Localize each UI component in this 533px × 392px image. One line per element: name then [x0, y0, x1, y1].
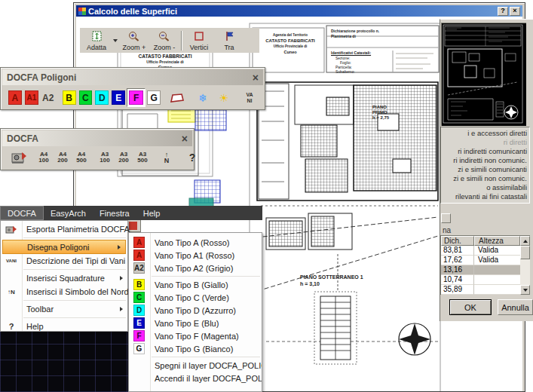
- docfa-menu: Esporta Planimetria DOCFA Disegna Poligo…: [0, 220, 128, 332]
- export-planimetria-button[interactable]: [10, 149, 28, 166]
- submenu-vano-a2[interactable]: A2 Vano Tipo A2 (Grigio): [129, 262, 262, 274]
- scale-a3-200-button[interactable]: A3200: [115, 149, 133, 166]
- scroll-down-button[interactable]: [520, 285, 530, 295]
- menu-docfa[interactable]: DOCFA: [0, 206, 44, 220]
- vani-button[interactable]: VA NI: [240, 90, 259, 106]
- docfa-toolbar-title[interactable]: DOCFA ×: [2, 130, 192, 146]
- vano-b-button[interactable]: B: [63, 90, 76, 105]
- menu-item-descrizione-vani[interactable]: VANI Descrizione dei Tipi di Vani: [1, 254, 127, 268]
- table-row[interactable]: 83,81 Valida: [441, 246, 530, 256]
- ok-button[interactable]: OK: [449, 299, 492, 315]
- surfaces-table[interactable]: Dich. Altezza 83,81 Valida 17,62 Valida …: [440, 235, 530, 295]
- vano-g-button[interactable]: G: [147, 90, 161, 105]
- scroll-up-button[interactable]: [520, 236, 530, 246]
- vertices-button[interactable]: Vertici: [184, 29, 214, 52]
- flag-icon: [224, 31, 234, 41]
- sun-button[interactable]: ☀: [215, 90, 233, 106]
- sheet2-city: Cuneo: [256, 50, 325, 54]
- vano-f-button[interactable]: F: [127, 88, 146, 107]
- cancel-button[interactable]: Annulla: [498, 299, 533, 315]
- scale-a3-500-button[interactable]: A3500: [133, 149, 152, 166]
- submenu-arrow-icon: [120, 276, 123, 280]
- menu-item-esporta[interactable]: Esporta Planimetria DOCFA: [1, 222, 127, 236]
- polygon-button[interactable]: [168, 90, 186, 106]
- zoom-out-icon: [158, 31, 170, 41]
- sheet2-agency: Agenzia del Territorio: [256, 33, 325, 37]
- export-planimetria-icon: [3, 225, 20, 234]
- submenu-vano-c[interactable]: C Vano Tipo C (Verde): [129, 291, 262, 304]
- submenu-arrow-icon: [118, 245, 121, 250]
- list-item: rilevanti ai fini catastali: [443, 192, 529, 201]
- poligoni-toolbar-title[interactable]: DOCFA Poligoni ×: [2, 69, 263, 85]
- snowflake-button[interactable]: ❄: [194, 90, 212, 106]
- export-planimetria-icon: [10, 150, 28, 165]
- vano-a-button[interactable]: A: [8, 90, 22, 105]
- submenu-vano-a[interactable]: A Vano Tipo A (Rosso): [129, 236, 262, 249]
- toolbar-separator: [181, 31, 182, 51]
- submenu-accendi-layer[interactable]: Accendi il layer DOCFA_POLIGONI: [129, 372, 262, 384]
- vano-d-button[interactable]: D: [95, 90, 109, 105]
- polygon-icon: [169, 92, 185, 104]
- menu-finestra[interactable]: Finestra: [93, 206, 136, 220]
- scale-a4-100-button[interactable]: A4100: [35, 149, 53, 166]
- list-item: ri diretti: [443, 138, 529, 147]
- sheet1-registry: CATASTO FABBRICATI: [123, 54, 207, 59]
- menu-item-inserisci-squadrature[interactable]: Inserisci Squadrature: [1, 271, 127, 285]
- submenu-vano-d[interactable]: D Vano Tipo D (Azzurro): [129, 304, 262, 317]
- piano-sotterraneo-h: h = 3,10: [300, 281, 320, 286]
- submenu-spegni-layer[interactable]: Spegni il layer DOCFA_POLIGONI: [129, 359, 262, 372]
- decl-label: Dichiarazione protocollo n.: [331, 29, 379, 33]
- submenu-vano-e[interactable]: E Vano Tipo E (Blu): [129, 317, 262, 329]
- menu-help[interactable]: Help: [136, 206, 167, 220]
- menu-item-disegna-poligoni[interactable]: Disegna Poligoni: [2, 240, 126, 254]
- scale-a4-200-button[interactable]: A4200: [54, 149, 72, 166]
- plan-label: Planimetria di: [331, 34, 356, 38]
- screen: Calcolo delle Superfici ? × Adatta Zoom …: [0, 0, 533, 392]
- fit-dropdown-caret[interactable]: [112, 29, 119, 52]
- close-button[interactable]: ×: [510, 7, 520, 16]
- table-row[interactable]: 17,62 Valida: [441, 256, 530, 265]
- help-button[interactable]: ?: [498, 7, 508, 16]
- category-list[interactable]: i e accessori diretti ri diretti ri indi…: [440, 127, 530, 204]
- plan-preview-panel[interactable]: [441, 23, 526, 126]
- submenu-vano-g[interactable]: G Vano Tipo G (Bianco): [129, 342, 262, 355]
- close-icon[interactable]: ×: [253, 72, 259, 83]
- vano-a2-button[interactable]: A2: [41, 90, 55, 105]
- clipped-button-fragment: na: [443, 226, 451, 234]
- menu-easyarch[interactable]: EasyArch: [44, 206, 93, 220]
- list-item: zi e simili comunicanti: [443, 165, 529, 174]
- north-symbol-button[interactable]: ↑ N: [158, 149, 176, 166]
- menu-item-simbolo-nord[interactable]: ↑N Inserisci il Simbolo del Nord: [1, 285, 127, 299]
- zoom-in-icon: [128, 31, 140, 41]
- menu-item-toolbar[interactable]: Toolbar: [1, 302, 127, 316]
- submenu-vano-f[interactable]: F Vano Tipo F (Magenta): [129, 329, 262, 342]
- zoom-out-button[interactable]: Zoom -: [149, 29, 179, 52]
- list-item: o assimilabili: [443, 183, 529, 192]
- submenu-vano-a1[interactable]: A Vano Tipo A1 (Rosso): [129, 249, 262, 262]
- submenu-vano-b[interactable]: B Vano Tipo B (Giallo): [129, 278, 262, 291]
- sezione-label: Sezione:: [335, 56, 350, 60]
- table-row[interactable]: 35,89: [441, 285, 530, 295]
- docfa-export-dialog: i e accessori diretti ri diretti ri indi…: [440, 19, 533, 321]
- vano-e-button[interactable]: E: [112, 90, 125, 105]
- table-scrollbar[interactable]: [520, 236, 530, 295]
- scale-a4-500-button[interactable]: A4500: [72, 149, 90, 166]
- close-icon[interactable]: ×: [182, 133, 188, 144]
- scroll-thumb[interactable]: [520, 246, 530, 259]
- main-title-bar[interactable]: Calcolo delle Superfici ? ×: [76, 5, 522, 17]
- vano-a1-button[interactable]: A1: [25, 90, 38, 105]
- main-toolbar: Adatta Zoom + Zoom - Vertici: [80, 28, 259, 53]
- vano-c-button[interactable]: C: [79, 90, 93, 105]
- sheet2-office: Ufficio Provinciale di: [256, 44, 325, 48]
- vani-icon: VANI: [3, 259, 20, 263]
- poligoni-buttons: A A1 A2 B C D E F G ❄ ☀ VA NI: [1, 87, 265, 110]
- fit-button[interactable]: Adatta: [81, 29, 112, 52]
- table-row-selected[interactable]: 13,16: [441, 265, 530, 275]
- particella-label: Particella:: [335, 65, 352, 69]
- scale-a3-100-button[interactable]: A3100: [96, 149, 114, 166]
- zoom-in-button[interactable]: Zoom +: [119, 29, 149, 52]
- help-button[interactable]: ?: [183, 149, 201, 166]
- table-row[interactable]: 10,74: [441, 275, 530, 285]
- transparency-button[interactable]: Tra: [214, 29, 244, 52]
- menu-item-help[interactable]: ? Help: [1, 320, 127, 333]
